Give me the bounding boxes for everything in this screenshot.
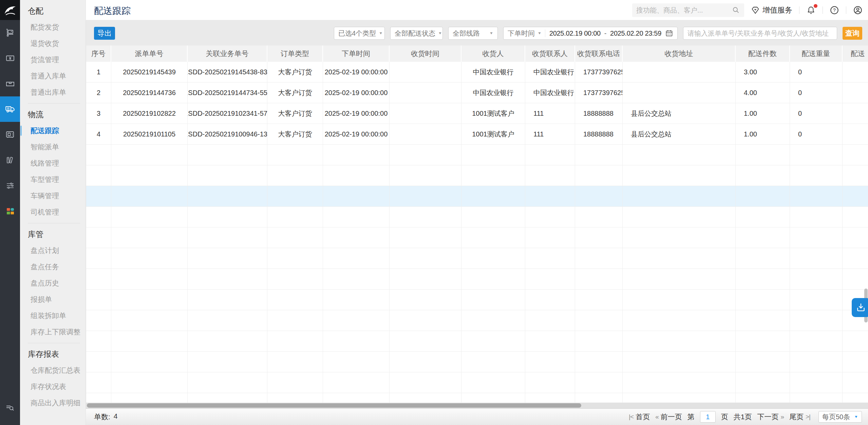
table-cell xyxy=(86,186,111,206)
sidebar-item[interactable]: 配送跟踪 xyxy=(20,123,86,139)
table-cell xyxy=(843,145,868,165)
table-cell: 17377397625 xyxy=(575,62,623,82)
time-field-select[interactable]: 下单时间 xyxy=(508,29,535,38)
rail-item-search-menu[interactable] xyxy=(0,395,20,420)
table-cell xyxy=(323,393,390,403)
next-page-button[interactable]: 下一页 » xyxy=(757,412,784,422)
sidebar-item[interactable]: 商品出入库明细 xyxy=(20,395,86,411)
table-cell xyxy=(525,310,575,331)
sidebar-divider xyxy=(28,343,80,343)
table-cell xyxy=(390,207,461,227)
export-button[interactable]: 导出 xyxy=(94,27,115,40)
sidebar-item[interactable]: 车辆管理 xyxy=(20,188,86,204)
last-page-button[interactable]: 尾页 >| xyxy=(789,412,810,422)
column-header: 收货人 xyxy=(461,45,525,62)
filter-dropdown[interactable]: 全部线路▼ xyxy=(448,27,498,40)
sidebar-item[interactable]: 车型管理 xyxy=(20,171,86,188)
order-count: 单数: 4 xyxy=(94,412,118,422)
prev-page-button[interactable]: « 前一页 xyxy=(655,412,682,422)
sidebar-item[interactable]: 盘点任务 xyxy=(20,259,86,275)
sidebar-item[interactable]: 普通入库单 xyxy=(20,68,86,84)
table-cell xyxy=(736,186,790,206)
table-cell xyxy=(111,145,188,165)
rail-item-cart[interactable] xyxy=(0,20,20,45)
value-added-services[interactable]: 增值服务 xyxy=(751,5,792,15)
table-row-empty xyxy=(86,290,868,310)
apps-grid-icon xyxy=(5,206,15,216)
sidebar-item[interactable]: 退货收货 xyxy=(20,35,86,52)
page-size-select[interactable]: 每页50条 ▼ xyxy=(818,411,862,423)
sidebar-item[interactable]: 线路管理 xyxy=(20,155,86,171)
notifications-button[interactable] xyxy=(806,5,816,15)
page-number-input[interactable]: 1 xyxy=(700,411,716,423)
download-float-button[interactable] xyxy=(852,298,868,317)
help-button[interactable]: ? xyxy=(830,5,839,15)
filter-dropdown[interactable]: 已选4个类型▼ xyxy=(334,27,385,40)
table-cell xyxy=(843,331,868,351)
global-search-input[interactable] xyxy=(636,6,732,14)
rail-item-apps[interactable] xyxy=(0,198,20,224)
table-cell: 111 xyxy=(525,124,575,144)
table-cell xyxy=(111,248,188,269)
sidebar-item[interactable]: 组装拆卸单 xyxy=(20,308,86,324)
table-cell: 3 xyxy=(86,103,111,124)
table-cell: 0 xyxy=(790,82,843,103)
table-cell xyxy=(390,352,461,372)
rail-item-package[interactable] xyxy=(0,71,20,96)
app-logo[interactable] xyxy=(0,0,20,20)
rail-item-safe[interactable] xyxy=(0,122,20,147)
table-row[interactable]: 320250219102822XSDD-20250219102341-577大客… xyxy=(86,103,868,124)
table-cell xyxy=(461,393,525,403)
date-range[interactable]: 2025.02.19 00:00 - 2025.02.20 23:59 xyxy=(549,29,673,37)
sidebar-item[interactable]: 智能派单 xyxy=(20,139,86,155)
sidebar-item[interactable]: 库存状况表 xyxy=(20,378,86,395)
sidebar-item[interactable]: 仓库配货汇总表 xyxy=(20,362,86,378)
sidebar-item[interactable]: 货流管理 xyxy=(20,52,86,68)
column-header: 收货地址 xyxy=(623,45,736,62)
table-cell xyxy=(188,145,267,165)
table-row[interactable]: 120250219145439XSDD-20250219145438-838大客… xyxy=(86,62,868,82)
sidebar-item[interactable]: 库存上下限调整 xyxy=(20,324,86,340)
statusbar: 单数: 4 |< 首页 « 前一页 第 1 页 共1页 下一页 » 尾页 >| xyxy=(86,408,868,425)
table-cell xyxy=(461,145,525,165)
table-row[interactable]: 420250219101105XSDD-20250219100946-130大客… xyxy=(86,124,868,145)
rail-item-logistics[interactable] xyxy=(0,96,20,122)
table-row-empty xyxy=(86,331,868,352)
table-cell xyxy=(390,124,461,144)
first-page-button[interactable]: |< 首页 xyxy=(629,412,650,422)
table-row[interactable]: 220250219144736XSDD-20250219144734-551大客… xyxy=(86,82,868,103)
column-header: 配送 xyxy=(843,45,868,62)
table-cell xyxy=(86,145,111,165)
sidebar-item[interactable]: 盘点计划 xyxy=(20,242,86,259)
sidebar-item[interactable]: 报损单 xyxy=(20,291,86,308)
ledger-icon xyxy=(5,155,15,165)
query-button[interactable]: 查询 xyxy=(843,27,862,40)
last-page-icon: >| xyxy=(806,413,810,421)
rail-item-ledger[interactable] xyxy=(0,147,20,173)
sidebar-item[interactable]: 普通出库单 xyxy=(20,84,86,100)
table-cell xyxy=(736,310,790,331)
global-search[interactable] xyxy=(632,3,744,17)
sidebar-item[interactable]: 配货发货 xyxy=(20,19,86,35)
table-cell xyxy=(790,186,843,206)
table-cell xyxy=(86,290,111,310)
table-cell xyxy=(188,248,267,269)
table-cell xyxy=(736,227,790,248)
rail-item-settings[interactable] xyxy=(0,173,20,198)
order-time-range-control[interactable]: 下单时间 ▼ 2025.02.19 00:00 - 2025.02.20 23:… xyxy=(503,27,678,40)
table-cell xyxy=(461,186,525,206)
table-cell xyxy=(575,290,623,310)
table-cell xyxy=(736,165,790,186)
column-header: 关联业务单号 xyxy=(188,45,267,62)
filter-dropdown[interactable]: 全部配送状态▼ xyxy=(390,27,443,40)
table-cell: 1.00 xyxy=(736,103,790,124)
sidebar-item[interactable]: 盘点历史 xyxy=(20,275,86,291)
rail-item-money[interactable] xyxy=(0,45,20,71)
horizontal-scrollbar-thumb[interactable] xyxy=(87,403,581,408)
table-row-empty xyxy=(86,186,868,207)
sidebar-item[interactable]: 司机管理 xyxy=(20,204,86,220)
table-cell xyxy=(843,124,868,144)
keyword-search-input[interactable] xyxy=(683,27,837,40)
user-account-button[interactable] xyxy=(853,5,863,15)
date-start: 2025.02.19 00:00 xyxy=(549,30,601,37)
